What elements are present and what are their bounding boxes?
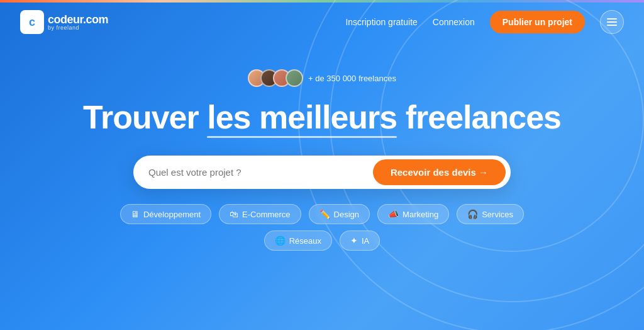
category-label: Développement (143, 210, 201, 219)
category-label: Marketing (402, 210, 438, 219)
category-label: Réseaux (289, 236, 321, 246)
category-row-1: 🖥 Développement 🛍 E-Commerce ✏️ Design 📣… (120, 204, 524, 224)
freelance-count-label: + de 350 000 freelances (308, 74, 396, 83)
category-services[interactable]: 🎧 Services (457, 204, 524, 224)
search-bar: Recevoir des devis → (133, 156, 511, 189)
category-design[interactable]: ✏️ Design (309, 204, 370, 224)
search-button[interactable]: Recevoir des devis → (373, 159, 506, 185)
category-ecommerce[interactable]: 🛍 E-Commerce (219, 204, 301, 224)
ia-icon: ✦ (350, 236, 358, 246)
category-ia[interactable]: ✦ IA (340, 230, 380, 251)
connexion-link[interactable]: Connexion (433, 17, 475, 27)
category-label: IA (362, 236, 369, 246)
title-part2: freelances (397, 99, 561, 135)
category-reseaux[interactable]: 🌐 Réseaux (264, 230, 332, 251)
category-developpement[interactable]: 🖥 Développement (120, 204, 211, 224)
title-highlight: les meilleurs (207, 100, 397, 135)
hamburger-icon (607, 18, 617, 26)
category-row-2: 🌐 Réseaux ✦ IA (264, 230, 380, 251)
logo-name: codeur.com (48, 14, 108, 25)
freelancer-preview: + de 350 000 freelances (248, 69, 396, 87)
services-icon: 🎧 (467, 209, 478, 219)
ecommerce-icon: 🛍 (230, 209, 238, 219)
inscription-link[interactable]: Inscription gratuite (345, 17, 417, 27)
main-content: + de 350 000 freelances Trouver les meil… (0, 44, 644, 251)
logo[interactable]: c codeur.com by freeland (20, 10, 108, 34)
search-input[interactable] (148, 167, 373, 178)
title-part1: Trouver (83, 99, 207, 135)
logo-tagline: by freeland (48, 25, 108, 31)
category-list: 🖥 Développement 🛍 E-Commerce ✏️ Design 📣… (120, 204, 524, 251)
main-nav: Inscription gratuite Connexion Publier u… (345, 10, 624, 34)
category-label: E-Commerce (242, 210, 291, 219)
hero-title: Trouver les meilleurs freelances (83, 100, 561, 135)
category-marketing[interactable]: 📣 Marketing (377, 204, 449, 224)
avatar-stack (248, 69, 303, 87)
menu-button[interactable] (600, 10, 624, 34)
publish-button[interactable]: Publier un projet (490, 11, 585, 33)
header: c codeur.com by freeland Inscription gra… (0, 0, 644, 44)
category-label: Design (334, 210, 359, 219)
avatar (286, 69, 303, 87)
category-label: Services (482, 210, 513, 219)
reseaux-icon: 🌐 (275, 236, 286, 246)
logo-icon: c (20, 10, 44, 34)
design-icon: ✏️ (319, 209, 330, 219)
marketing-icon: 📣 (388, 209, 399, 219)
developpement-icon: 🖥 (131, 209, 140, 219)
